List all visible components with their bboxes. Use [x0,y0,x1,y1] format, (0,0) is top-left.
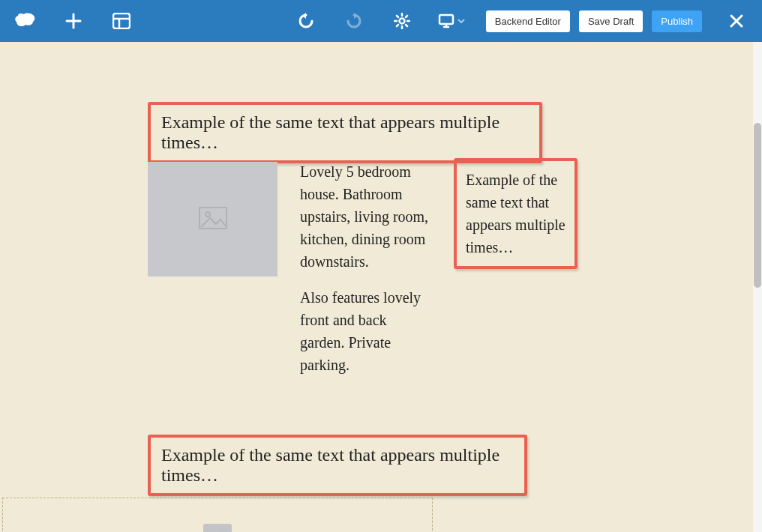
svg-point-20 [206,212,210,217]
text-column[interactable]: Lovely 5 bedroom house. Bathroom upstair… [300,160,430,390]
svg-line-11 [406,25,407,26]
close-icon[interactable] [724,9,748,33]
svg-rect-14 [440,15,453,24]
svg-rect-2 [113,13,130,28]
add-icon[interactable] [62,9,86,33]
toolbar-left [14,9,134,33]
highlighted-side-text[interactable]: Example of the same text that appears mu… [454,158,578,269]
svg-line-12 [397,25,398,26]
logo-icon[interactable] [14,9,38,33]
highlighted-heading-2[interactable]: Example of the same text that appears mu… [148,435,527,496]
settings-icon[interactable] [390,9,414,33]
add-element-button[interactable] [203,524,232,532]
backend-editor-button[interactable]: Backend Editor [486,10,570,32]
undo-icon[interactable] [294,9,318,33]
layout-icon[interactable] [110,9,134,33]
svg-point-5 [399,19,404,24]
paragraph-1: Lovely 5 bedroom house. Bathroom upstair… [300,160,430,273]
publish-button[interactable]: Publish [652,10,702,32]
device-selector[interactable] [438,13,465,28]
highlighted-heading-1[interactable]: Example of the same text that appears mu… [148,102,542,163]
top-toolbar: Backend Editor Save Draft Publish [0,0,762,42]
redo-icon[interactable] [342,9,366,33]
heading-text: Example of the same text that appears mu… [161,445,514,486]
side-text: Example of the same text that appears mu… [466,169,566,259]
toolbar-center [294,9,465,33]
toolbar-right: Backend Editor Save Draft Publish [486,9,748,33]
scrollbar-thumb[interactable] [754,123,761,288]
heading-text: Example of the same text that appears mu… [161,112,529,153]
content-row: Lovely 5 bedroom house. Bathroom upstair… [148,160,430,390]
svg-line-10 [397,16,398,17]
paragraph-2: Also features lovely front and back gard… [300,286,430,376]
save-draft-button[interactable]: Save Draft [579,10,643,32]
svg-line-13 [406,16,407,17]
page-body: Example of the same text that appears mu… [0,42,753,532]
scrollbar-track[interactable] [753,42,762,532]
add-section-placeholder[interactable] [2,498,433,532]
image-placeholder[interactable] [148,162,278,276]
editor-canvas: Example of the same text that appears mu… [0,42,762,532]
